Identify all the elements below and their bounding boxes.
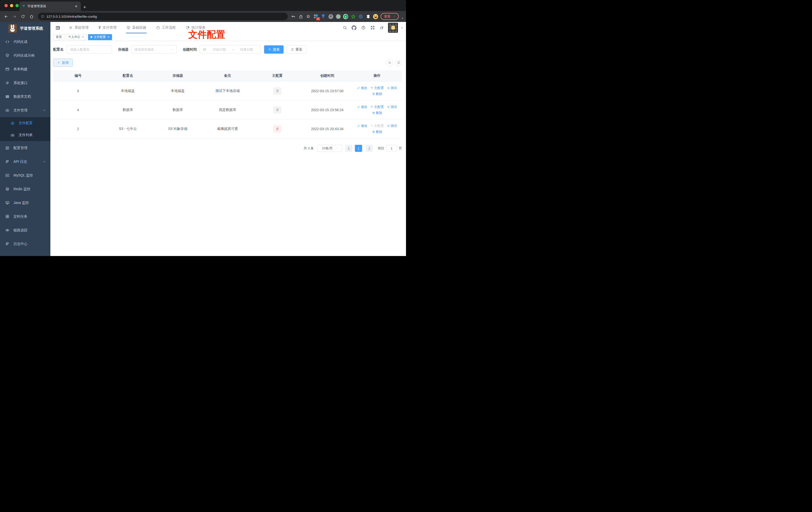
show-search-button[interactable] — [386, 59, 393, 66]
sidebar-logo[interactable]: 芋道管理系统 — [0, 22, 50, 35]
delete-action[interactable]: 删除 — [372, 111, 382, 115]
test-action[interactable]: 测试 — [387, 105, 397, 109]
minimize-window-button[interactable] — [10, 4, 13, 7]
sidebar-collapse-icon[interactable] — [54, 24, 61, 31]
font-size-icon[interactable]: tT — [379, 25, 385, 31]
help-icon[interactable] — [360, 25, 366, 31]
delete-action[interactable]: 删除 — [372, 92, 382, 96]
sidebar-item-config-management[interactable]: 配置管理 — [0, 141, 50, 155]
share-nodes-icon — [387, 106, 390, 109]
next-page-button[interactable]: ❯ — [366, 145, 373, 152]
sidebar-item-code-gen[interactable]: 代码生成 — [0, 35, 50, 49]
browser-titlebar: 芋道管理系统 ✕ + — [0, 0, 406, 11]
tab-close-icon[interactable]: ✕ — [74, 4, 78, 8]
github-icon[interactable] — [351, 25, 357, 31]
extension-grid-badge-icon[interactable]: 11 — [313, 14, 318, 19]
sidebar-item-api-log[interactable]: API 日志 — [0, 155, 50, 169]
home-button[interactable] — [28, 13, 35, 20]
reset-button[interactable]: 重置 — [287, 46, 306, 54]
master-action-disabled[interactable]: 主配置 — [370, 124, 384, 128]
master-action[interactable]: 主配置 — [370, 86, 384, 90]
window-controls — [4, 4, 19, 7]
add-button[interactable]: 新增 — [53, 59, 72, 67]
tab-close-icon[interactable]: ✕ — [107, 35, 110, 39]
sidebar-item-form-builder[interactable]: 表单构建 — [0, 62, 50, 76]
sidebar-item-tracing[interactable]: 链路追踪 — [0, 223, 50, 237]
sidebar-item-scheduled-tasks[interactable]: 定时任务 — [0, 210, 50, 223]
table-row: 4 数据库 数据库 我是数据库 否 2022-03-15 23:56:24 修改… — [53, 100, 402, 119]
test-action[interactable]: 测试 — [387, 124, 397, 128]
tab-profile[interactable]: 个人中心 ✕ — [66, 34, 87, 40]
extension-eye-icon[interactable] — [358, 14, 363, 19]
sidebar-item-file-list[interactable]: 文件列表 — [0, 129, 50, 141]
name-filter-input[interactable] — [69, 48, 109, 52]
browser-tab[interactable]: 芋道管理系统 ✕ — [20, 1, 81, 11]
extension-kite-icon[interactable] — [321, 14, 326, 19]
search-button[interactable]: 搜索 — [264, 46, 284, 54]
tab-close-icon[interactable]: ✕ — [82, 35, 84, 39]
sidebar-item-db-doc[interactable]: 数据库文档 — [0, 90, 50, 103]
nav-item-workflow[interactable]: 工作流程 — [151, 22, 181, 33]
close-window-button[interactable] — [4, 4, 8, 7]
search-icon[interactable] — [342, 25, 348, 31]
nav-item-infrastructure[interactable]: 基础设施 — [121, 22, 151, 33]
tab-file-config[interactable]: 文件配置 ✕ — [88, 34, 112, 40]
master-tag: 否 — [273, 88, 281, 94]
edit-action[interactable]: 修改 — [357, 124, 367, 128]
sidebar-item-redis-monitor[interactable]: Redis 监控 — [0, 182, 50, 196]
chrome-caret-icon[interactable]: ▼ — [401, 17, 404, 20]
site-info-icon[interactable] — [41, 15, 45, 18]
reload-button[interactable] — [20, 13, 26, 20]
sidebar-item-file-management[interactable]: 文件管理 — [0, 103, 50, 117]
new-tab-button[interactable]: + — [83, 5, 86, 9]
master-tag: 是 — [273, 125, 281, 132]
nav-item-payment[interactable]: ¥ 支付管理 — [93, 22, 121, 33]
top-navbar: 系统管理 ¥ 支付管理 基础设施 工作流程 — [50, 22, 406, 33]
sidebar-item-system-api[interactable]: 系统接口 — [0, 76, 50, 90]
extension-star-icon[interactable] — [351, 14, 356, 19]
browser-update-button[interactable]: 更新 ⋮ — [381, 13, 399, 20]
sidebar-item-java-monitor[interactable]: Java 监控 — [0, 196, 50, 210]
extension-dot-icon[interactable] — [336, 14, 341, 19]
address-bar[interactable]: 127.0.0.1:1024/infra/file/file-config — [38, 13, 288, 20]
sidebar-item-code-demo[interactable]: 代码生成示例 — [0, 49, 50, 62]
prev-page-button[interactable]: ❮ — [345, 145, 352, 152]
edit-action[interactable]: 修改 — [357, 86, 367, 90]
bookmark-star-icon[interactable] — [306, 14, 311, 19]
tab-home[interactable]: 首页 — [53, 34, 64, 40]
extensions-puzzle-icon[interactable] — [366, 14, 371, 19]
sidebar-item-mysql-monitor[interactable]: MySQL 监控 — [0, 169, 50, 182]
monitor-check-icon — [126, 26, 130, 30]
browser-menu-icon[interactable]: ⋮ — [393, 15, 396, 18]
back-button[interactable] — [2, 13, 9, 20]
goto-page-input[interactable] — [386, 145, 397, 152]
delete-action[interactable]: 删除 — [372, 130, 382, 134]
share-icon[interactable] — [298, 14, 303, 19]
extension-y-icon[interactable]: y — [343, 14, 348, 19]
extension-command-icon[interactable]: ⌘ — [328, 14, 333, 19]
tags-view-bar: 首页 个人中心 ✕ 文件配置 ✕ — [50, 33, 406, 41]
master-action[interactable]: 主配置 — [370, 105, 384, 109]
fullscreen-icon[interactable] — [370, 25, 376, 31]
date-range-picker[interactable]: 开始日期 - 结束日期 — [200, 46, 261, 54]
page-size-select[interactable]: 10条/页 — [317, 145, 342, 152]
tab-title: 芋道管理系统 — [27, 4, 72, 8]
trash-icon — [372, 130, 375, 133]
sidebar-item-file-config[interactable]: 文件配置 — [0, 117, 50, 129]
nav-item-statistics[interactable]: 统计报表 — [181, 22, 210, 33]
storage-select[interactable]: 请选择存储器 — [132, 46, 177, 54]
password-key-icon[interactable] — [291, 14, 296, 19]
sidebar-item-log-center[interactable]: 日志中心 — [0, 237, 50, 251]
page-number-active[interactable]: 1 — [355, 145, 362, 152]
nav-item-system[interactable]: 系统管理 — [64, 22, 93, 33]
monitor-icon — [5, 201, 9, 205]
forward-button[interactable] — [11, 13, 18, 20]
test-action[interactable]: 测试 — [387, 86, 397, 90]
edit-action[interactable]: 修改 — [357, 105, 367, 109]
master-tag: 否 — [273, 107, 281, 113]
maximize-window-button[interactable] — [16, 4, 19, 7]
avatar-caret-icon[interactable]: ▾ — [401, 26, 403, 29]
avatar-qr[interactable] — [388, 23, 398, 33]
refresh-table-button[interactable] — [395, 59, 402, 66]
profile-emoji-icon[interactable] — [373, 14, 378, 19]
